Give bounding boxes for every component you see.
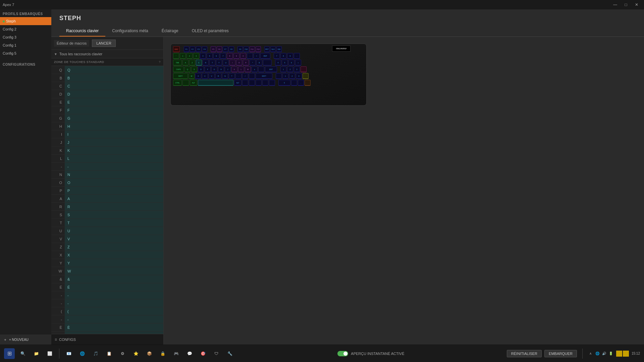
keyboard-key[interactable]: 4 xyxy=(200,53,206,59)
keyboard-key[interactable]: $ xyxy=(256,60,262,66)
sidebar-item-config1[interactable]: Config 1 xyxy=(0,41,51,49)
list-item[interactable]: A A xyxy=(51,195,163,203)
help-icon[interactable]: ? xyxy=(159,60,161,64)
search-icon[interactable]: 🔍 xyxy=(17,348,28,359)
list-item[interactable]: T T xyxy=(51,219,163,227)
list-item[interactable]: É É xyxy=(51,283,163,291)
list-item[interactable]: Q Q xyxy=(51,66,163,74)
list-item[interactable]: N N xyxy=(51,171,163,179)
list-item[interactable]: Y Y xyxy=(51,259,163,267)
keyboard-key[interactable]: 3 xyxy=(296,73,302,79)
list-item[interactable]: B B xyxy=(51,74,163,82)
keyboard-key[interactable]: ENT xyxy=(265,66,277,72)
keyboard-key[interactable]: O xyxy=(236,60,242,66)
keyboard-key[interactable]: F6 xyxy=(217,46,222,52)
keyboard-key[interactable] xyxy=(242,80,248,86)
list-item[interactable]: D D xyxy=(51,90,163,98)
keyboard-key[interactable]: S xyxy=(191,66,197,72)
tray-network[interactable]: 🌐 xyxy=(595,351,600,356)
keyboard-key[interactable]: L xyxy=(238,66,244,72)
keyboard-key[interactable] xyxy=(269,80,275,86)
keyboard-key[interactable] xyxy=(303,73,309,79)
keyboard-key[interactable]: F7 xyxy=(223,46,228,52)
keyboard-key[interactable]: 1 xyxy=(180,53,186,59)
keyboard-key[interactable]: 2 xyxy=(289,73,295,79)
keyboard-key[interactable]: D xyxy=(198,66,204,72)
keyboard-key[interactable]: H xyxy=(218,66,224,72)
keyboard-key[interactable]: CTRL xyxy=(173,80,182,86)
keyboard-key[interactable] xyxy=(276,73,282,79)
browser-icon[interactable]: 🌐 xyxy=(77,348,88,359)
keyboard-key[interactable]: F8 xyxy=(229,46,234,52)
keyboard-key[interactable] xyxy=(198,80,233,86)
keyboard-key[interactable]: I xyxy=(229,60,235,66)
sidebar-item-config2[interactable]: Config 2 xyxy=(0,25,51,33)
list-item[interactable]: C C xyxy=(51,82,163,90)
keyboard-key[interactable]: X xyxy=(195,73,201,79)
list-item[interactable]: - - xyxy=(51,315,163,323)
keyboard-key[interactable]: F12 xyxy=(256,46,261,52)
notes-icon[interactable]: 📋 xyxy=(104,348,114,359)
list-item[interactable]: V V xyxy=(51,235,163,243)
keyboard-key[interactable]: F xyxy=(205,66,211,72)
list-item[interactable]: Ç S xyxy=(51,331,163,334)
keyboard-key[interactable]: F1 xyxy=(184,46,189,52)
keyboard-key[interactable]: F5 xyxy=(211,46,216,52)
keyboard-key[interactable] xyxy=(305,80,311,86)
keyboard-key[interactable]: 6 xyxy=(213,53,219,59)
keyboard-key[interactable]: BSP xyxy=(260,53,270,59)
list-item[interactable]: & & xyxy=(51,275,163,283)
keyboard-key[interactable]: ? xyxy=(229,73,235,79)
keyboard-key[interactable]: Y xyxy=(216,60,222,66)
keyboard-key[interactable]: F9 xyxy=(237,46,243,52)
list-item[interactable]: - - xyxy=(51,291,163,299)
tray-battery[interactable]: 🔋 xyxy=(608,351,613,356)
keyboard-key[interactable]: 3 xyxy=(193,53,199,59)
list-item[interactable]: F F xyxy=(51,106,163,114)
keyboard-key[interactable]: ù xyxy=(252,66,258,72)
keyboard-key[interactable]: F10 xyxy=(244,46,249,52)
keyboard-key[interactable] xyxy=(291,80,297,86)
keyboard-key[interactable]: 1 xyxy=(282,73,288,79)
keyboard-key[interactable]: M xyxy=(245,66,251,72)
keyboard-key[interactable]: CAPS xyxy=(173,66,184,72)
apex-icon[interactable]: 🎯 xyxy=(198,348,208,359)
keyboard-key[interactable]: 9 xyxy=(233,53,239,59)
keyboard-key[interactable]: - xyxy=(247,53,253,59)
keyboard-key[interactable]: + xyxy=(295,60,301,66)
keyboard-key[interactable]: SHFT xyxy=(256,73,272,79)
keyboard-key[interactable]: ESC xyxy=(173,46,180,52)
keyboard-key[interactable]: - xyxy=(294,53,300,59)
tab-raccourcis-clavier[interactable]: Raccourcis clavier xyxy=(59,26,105,37)
keyboard-key[interactable]: SLK xyxy=(270,46,276,52)
list-item[interactable]: I I xyxy=(51,130,163,138)
keyboard-key[interactable]: ALT xyxy=(190,80,197,86)
media-icon[interactable]: 🎵 xyxy=(90,348,101,359)
keyboard-key[interactable]: 5 xyxy=(207,53,213,59)
shield-icon[interactable]: 🛡 xyxy=(211,348,222,359)
list-item[interactable]: U U xyxy=(51,227,163,235)
minimize-button[interactable]: — xyxy=(610,0,620,9)
keyboard-key[interactable]: 0 xyxy=(240,53,246,59)
start-button[interactable]: ⊞ xyxy=(4,348,15,359)
tab-eclairage[interactable]: Éclairage xyxy=(155,26,185,37)
list-item[interactable]: P P xyxy=(51,187,163,195)
keyboard-key[interactable]: F4 xyxy=(202,46,207,52)
keyboard-key[interactable]: 2 xyxy=(287,66,293,72)
keyboard-key[interactable]: Q xyxy=(184,66,191,72)
keyboard-key[interactable]: 9 xyxy=(287,53,293,59)
mail-icon[interactable]: 📧 xyxy=(63,348,74,359)
keyboard-key[interactable] xyxy=(256,80,262,86)
keyboard-key[interactable]: PRT xyxy=(264,46,270,52)
sidebar-item-steph[interactable]: Steph xyxy=(0,17,51,25)
list-item[interactable]: R R xyxy=(51,203,163,211)
list-item[interactable]: L L xyxy=(51,155,163,163)
task-view-icon[interactable]: ⬜ xyxy=(44,348,55,359)
keyboard-key[interactable]: F2 xyxy=(190,46,195,52)
keyboard-key[interactable]: 7 xyxy=(274,53,280,59)
keyboard-key[interactable]: J xyxy=(225,66,231,72)
keyboard-key[interactable]: . xyxy=(235,73,241,79)
list-item[interactable]: G G xyxy=(51,114,163,122)
keyboard-key[interactable]: = xyxy=(254,53,260,59)
list-item[interactable]: J J xyxy=(51,138,163,146)
